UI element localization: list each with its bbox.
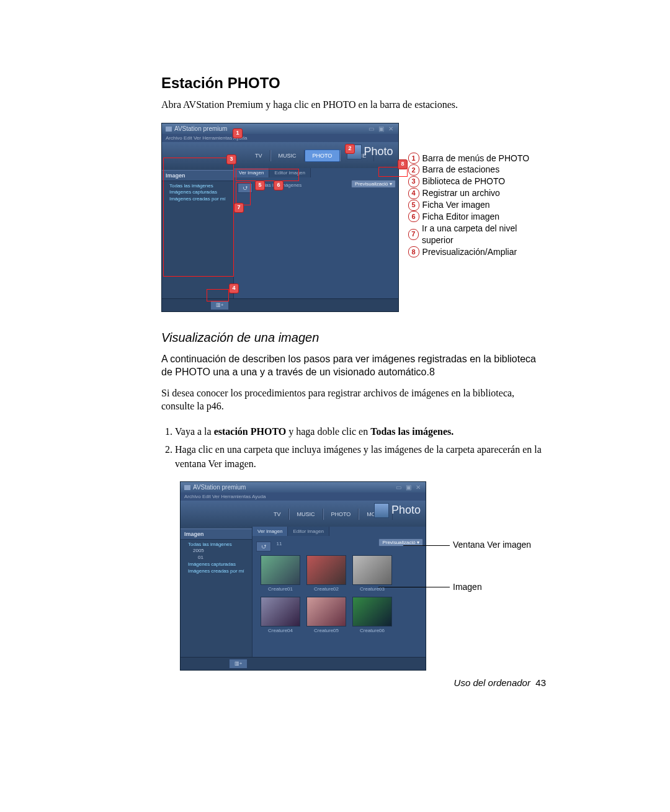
menu-bar[interactable]: Archivo Edit Ver Herramientas Ayuda [181, 493, 426, 501]
figure-legend: 1Barra de menús de PHOTO 2Barra de estac… [408, 123, 546, 258]
callout-view-window: Ventana Ver imagen [453, 540, 531, 550]
avstation-window: AVStation premium ▭ ▣ ✕ Archivo Edit Ver… [161, 123, 399, 312]
window-buttons[interactable]: ▭ ▣ ✕ [396, 484, 422, 491]
sidebar-header: Imagen [162, 170, 233, 181]
window-titlebar: AVStation premium ▭ ▣ ✕ [181, 482, 426, 493]
tree-my-images[interactable]: Imágenes creadas por mí [164, 196, 231, 203]
station-tab-music[interactable]: MUSIC [270, 150, 305, 161]
window-footer: ▥+ [181, 657, 426, 670]
app-title: AVStation premium [184, 484, 246, 491]
thumbnail-item[interactable]: Creature02 [306, 555, 347, 592]
tree-all-images[interactable]: Todas las imágenes [183, 542, 249, 548]
subsection-p2: Si desea conocer los procedimientos para… [161, 386, 546, 413]
tree-my-images[interactable]: Imágenes creadas por mí [183, 568, 249, 575]
steps-list: Vaya a la estación PHOTO y haga doble cl… [161, 424, 546, 471]
thumbnail-item[interactable]: Creature05 [306, 597, 347, 633]
station-tab-tv[interactable]: TV [266, 509, 289, 520]
thumbnail-grid: Creature01 Creature02 Creature03 Creatur… [256, 551, 422, 637]
step-1: Vaya a la estación PHOTO y haga doble cl… [175, 424, 546, 439]
station-tab-photo[interactable]: PHOTO [323, 509, 359, 520]
tree-year[interactable]: 2005 [183, 548, 249, 555]
legend-num-7: 7 [408, 229, 419, 240]
window-buttons[interactable]: ▭ ▣ ✕ [368, 125, 395, 132]
tree-captured-images[interactable]: Imágenes capturadas [164, 189, 231, 196]
subsection-heading: Visualización de una imagen [161, 331, 546, 345]
station-bar: TV MUSIC PHOTO MOVIE Photo [162, 142, 398, 168]
legend-num-6: 6 [408, 211, 419, 222]
tab-edit-image[interactable]: Editor imagen [288, 527, 329, 536]
intro-text: Abra AVStation Premium y haga clic en PH… [161, 98, 546, 112]
tab-view-image[interactable]: Ver imagen [252, 527, 288, 536]
station-tab-tv[interactable]: TV [248, 150, 270, 161]
legend-num-1: 1 [408, 153, 419, 164]
folder-up-button[interactable]: ⮍ [256, 542, 271, 551]
avstation-window-2: AVStation premium ▭ ▣ ✕ Archivo Edit Ver… [180, 481, 426, 671]
step-2: Haga clic en una carpeta que incluya imá… [175, 442, 546, 471]
main-panel: Ver imagen Editor imagen ⮍ 11 Previsuali… [252, 527, 426, 657]
thumbnail-item[interactable]: Creature01 [260, 555, 301, 592]
legend-num-5: 5 [408, 200, 419, 211]
folder-up-button[interactable]: ⮍ [238, 183, 252, 193]
station-tab-music[interactable]: MUSIC [289, 509, 323, 520]
thumbnail-item[interactable]: Creature04 [260, 597, 301, 633]
station-tab-photo[interactable]: PHOTO [305, 149, 341, 162]
sidebar-library: Imagen Todas las imágenes 2005 01 Imágen… [181, 527, 252, 657]
window-titlebar: AVStation premium ▭ ▣ ✕ [162, 123, 398, 134]
subsection-p1: A continuación de describen los pasos pa… [161, 352, 546, 379]
thumbnail-item[interactable]: Creature06 [352, 597, 393, 633]
register-file-button[interactable]: ▥+ [229, 659, 248, 669]
window-footer: ▥+ [162, 298, 398, 311]
tree-month[interactable]: 01 [183, 555, 249, 561]
legend-num-2: 2 [408, 164, 419, 176]
page-footer: Uso del ordenador 43 [454, 677, 546, 688]
tree-captured-images[interactable]: Imágenes capturadas [183, 561, 249, 568]
section-heading: Estación PHOTO [161, 74, 546, 92]
tab-view-image[interactable]: Ver imagen [234, 168, 269, 177]
library-tree[interactable]: Todas las imágenes Imágenes capturadas I… [162, 181, 233, 205]
legend-num-3: 3 [408, 176, 419, 187]
tab-edit-image[interactable]: Editor imagen [269, 168, 310, 177]
callout-image: Imagen [453, 582, 482, 592]
preview-dropdown[interactable]: Previsualizació ▾ [351, 180, 396, 188]
library-tree[interactable]: Todas las imágenes 2005 01 Imágenes capt… [181, 540, 252, 577]
legend-num-4: 4 [408, 188, 419, 199]
app-title: AVStation premium [166, 125, 227, 132]
thumb-count: 11 [276, 541, 282, 547]
station-label: Photo [374, 503, 421, 518]
tree-all-images[interactable]: Todas las imágenes [164, 183, 231, 190]
sidebar-header: Imagen [181, 529, 252, 540]
sidebar-library: Imagen Todas las imágenes Imágenes captu… [162, 168, 234, 298]
register-file-button[interactable]: ▥+ [210, 300, 229, 310]
legend-num-8: 8 [408, 246, 419, 257]
menu-bar[interactable]: Archivo Edit Ver Herramientas Ayuda [162, 134, 398, 142]
station-bar: TV MUSIC PHOTO MOVIE Photo [181, 501, 426, 527]
